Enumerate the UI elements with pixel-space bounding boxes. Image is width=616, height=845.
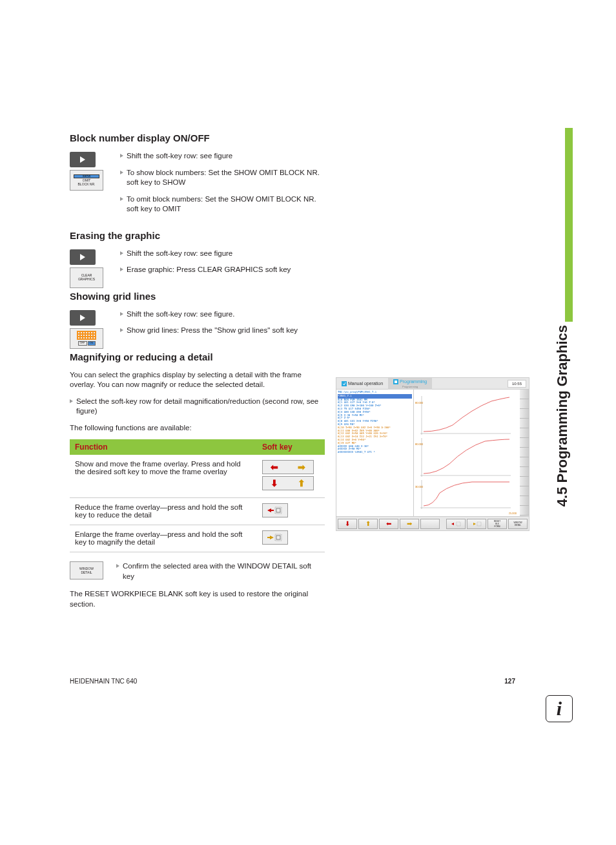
side-button[interactable] [520, 448, 529, 457]
bullet-item: Shift the soft-key row: see figure [120, 249, 325, 259]
side-button[interactable] [520, 409, 529, 419]
bottom-reset-frame[interactable]: RESET BLK FORM [488, 519, 507, 529]
tab2-sublabel: Programming [402, 386, 418, 388]
magnify-para3: The RESET WORKPIECE BLANK soft key is us… [70, 589, 325, 609]
bullet-item: Erase graphic: Press CLEAR GRAPHICS soft… [120, 265, 325, 275]
bottom-button[interactable] [420, 519, 440, 529]
arrow-up-icon: ⬆ [298, 478, 305, 488]
svg-rect-20 [477, 522, 481, 526]
side-button[interactable] [520, 399, 529, 409]
axis-label: 25.000 [509, 512, 517, 515]
table-row: Enlarge the frame overlay—press and hold… [70, 525, 325, 552]
tab-manual-operation: Manual operation [336, 380, 388, 388]
detail-label: DETAIL [81, 570, 92, 574]
svg-marker-8 [267, 536, 274, 539]
table-header-function: Function [70, 439, 257, 455]
confirm-text: Confirm the selected area with the WINDO… [116, 561, 325, 581]
page-footer: HEIDENHAIN TNC 640 127 [70, 678, 515, 685]
func-cell: Enlarge the frame overlay—press and hold… [70, 525, 257, 552]
tab-programming: Programming Programming [388, 378, 432, 390]
svg-rect-7 [276, 536, 280, 539]
arrow-down-icon: ⬇ [271, 478, 278, 488]
svg-marker-19 [451, 523, 454, 525]
heading-magnify: Magnifying or reducing a detail [70, 351, 325, 362]
softkey-enlarge[interactable] [262, 530, 288, 545]
side-tab-bar [565, 128, 573, 322]
heading-erasing: Erasing the graphic [70, 230, 325, 241]
side-button[interactable] [520, 477, 529, 486]
screenshot-figure: Manual operation Programming Programming… [336, 377, 529, 531]
table-row: Reduce the frame overlay—press and hold … [70, 498, 325, 525]
bullet-item: To omit block numbers: Set the SHOW OMIT… [120, 194, 325, 214]
side-button[interactable] [520, 496, 529, 506]
side-tab: 4.5 Programming Graphics [553, 128, 573, 322]
side-buttons [520, 390, 529, 516]
code-panel: TNC:\nc_prog\PGM\3501_7.i *3501_7.i 0|0 … [336, 390, 414, 516]
table-row: Show and move the frame overlay. Press a… [70, 455, 325, 498]
softkey-show-omit[interactable]: SHOW OMIT BLOCK NR. [70, 170, 103, 191]
graph-panel: 80.000 80.000 30.000 25.000 [414, 390, 520, 516]
func-cell: Show and move the frame overlay. Press a… [70, 455, 257, 498]
bottom-enlarge[interactable] [467, 519, 486, 529]
func-cell: Reduce the frame overlay—press and hold … [70, 498, 257, 525]
svg-rect-9 [342, 381, 347, 386]
svg-marker-0 [80, 156, 85, 163]
bullet-item: Select the soft-key row for detail magni… [70, 397, 325, 417]
off-on-toggle: OFF ON [78, 341, 96, 345]
side-button[interactable] [520, 457, 529, 467]
shift-softkey-icon[interactable] [70, 249, 96, 265]
bullet-item: Shift the soft-key row: see figure [120, 151, 325, 162]
bottom-arrow-right[interactable]: ➡ [400, 519, 419, 529]
bottom-arrow-left[interactable]: ⬅ [379, 519, 398, 529]
code-line: #XXXXXXXXX %3501_7 G71 * [338, 451, 412, 454]
bullets-block-number: Shift the soft-key row: see figure To sh… [120, 151, 325, 214]
bullet-item: To show block numbers: Set the SHOW OMIT… [120, 168, 325, 188]
softkey-grid-lines[interactable]: OFF ON [70, 328, 103, 349]
curve-2 [420, 438, 511, 477]
curve-1 [420, 396, 511, 435]
shift-softkey-icon[interactable] [70, 152, 96, 167]
side-button[interactable] [520, 506, 529, 516]
main-content: Block number display ON/OFF SHOW OMIT BL… [70, 132, 325, 625]
tab2-label: Programming [400, 379, 427, 384]
shift-softkey-icon[interactable] [70, 310, 96, 326]
table-header-softkey: Soft key [257, 439, 325, 455]
side-button[interactable] [520, 428, 529, 438]
side-button[interactable] [520, 438, 529, 448]
screenshot-time: 10:55 [508, 380, 526, 388]
softkey-move-lr[interactable]: ⬅ ➡ [262, 460, 314, 474]
section-block-number: Block number display ON/OFF SHOW OMIT BL… [70, 132, 325, 214]
softkey-reduce[interactable] [262, 503, 288, 517]
side-button[interactable] [520, 486, 529, 496]
magnify-bullet-wrap: Select the soft-key row for detail magni… [70, 397, 325, 417]
softkey-clear-graphics[interactable]: CLEAR GRAPHICS [70, 267, 103, 288]
confirm-row: WINDOW DETAIL Confirm the selected area … [70, 561, 325, 581]
svg-rect-3 [275, 507, 282, 514]
heading-grid-lines: Showing grid lines [70, 291, 325, 302]
softkey-column: SHOW OMIT BLOCK NR. [70, 152, 108, 193]
side-button[interactable] [520, 390, 529, 399]
info-icon: i [546, 695, 573, 722]
svg-marker-21 [473, 523, 476, 525]
arrow-right-icon: ➡ [298, 462, 305, 472]
tab1-label: Manual operation [348, 381, 383, 386]
magnify-para1: You can select the graphics display by s… [70, 370, 325, 390]
softkey-cell [257, 525, 325, 552]
bottom-window-detail[interactable]: WINDOW DETAIL [508, 519, 528, 529]
softkey-window-detail[interactable]: WINDOW DETAIL [70, 561, 103, 579]
side-button[interactable] [520, 467, 529, 477]
bottom-arrow-down[interactable]: ⬇ [338, 519, 357, 529]
side-button[interactable] [520, 419, 529, 428]
heading-block-number: Block number display ON/OFF [70, 132, 325, 143]
softkey-move-ud[interactable]: ⬇ ⬆ [262, 476, 314, 490]
bullet-item: Shift the soft-key row: see figure. [120, 309, 325, 320]
bottom-reduce[interactable] [446, 519, 466, 529]
grid-icon [77, 331, 96, 340]
footer-page-number: 127 [504, 678, 515, 685]
svg-rect-4 [276, 508, 280, 512]
bottom-arrow-up[interactable]: ⬆ [358, 519, 378, 529]
arrow-left-icon: ⬅ [271, 462, 278, 472]
softkey-blocknr-label: BLOCK NR. [78, 183, 96, 187]
curve-3 [420, 480, 511, 509]
svg-marker-1 [80, 254, 85, 260]
